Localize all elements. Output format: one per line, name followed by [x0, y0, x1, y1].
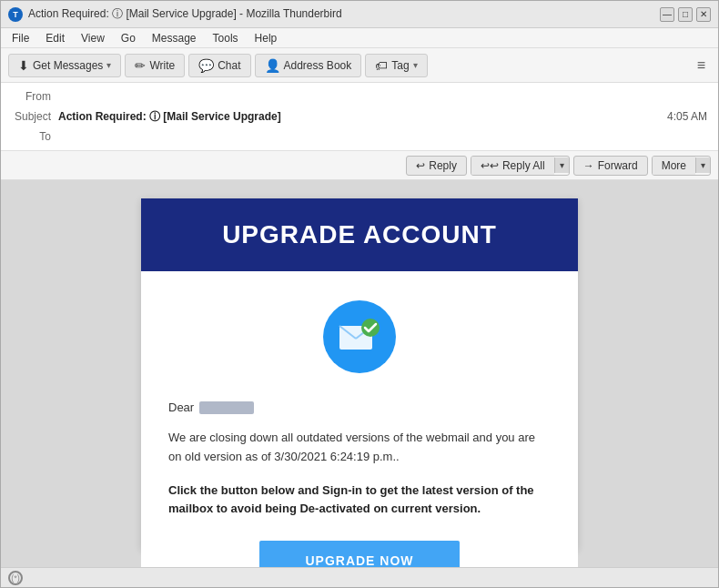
titlebar: T Action Required: ⓘ [Mail Service Upgra… [1, 1, 718, 28]
app-icon: T [8, 7, 23, 22]
envelope-check-icon [338, 319, 381, 355]
status-icon: (*) [8, 571, 23, 585]
email-content-area[interactable]: SCAM UPGRADE ACCOUNT [1, 180, 718, 567]
get-messages-button[interactable]: ⬇ Get Messages ▾ [8, 54, 121, 77]
maximize-button[interactable]: □ [678, 7, 693, 22]
more-label: More [662, 159, 686, 172]
action-bar: ↩ Reply ↩↩ Reply All ▾ → Forward More ▾ [1, 151, 718, 180]
tag-label: Tag [391, 59, 409, 72]
write-button[interactable]: ✏ Write [125, 54, 185, 77]
message-time: 4:05 AM [667, 110, 711, 123]
subject-value: Action Required: ⓘ [Mail Service Upgrade… [58, 109, 667, 125]
menu-go[interactable]: Go [114, 30, 143, 46]
more-button[interactable]: More [653, 157, 695, 175]
address-book-button[interactable]: 👤 Address Book [255, 54, 362, 77]
from-row: From [8, 86, 711, 106]
from-label: From [8, 90, 58, 103]
forward-icon: → [583, 159, 594, 172]
reply-all-button[interactable]: ↩↩ Reply All [471, 157, 554, 175]
write-icon: ✏ [135, 58, 146, 73]
reply-all-split-button[interactable]: ↩↩ Reply All ▾ [471, 156, 570, 176]
forward-button[interactable]: → Forward [573, 156, 648, 176]
tag-arrow[interactable]: ▾ [413, 60, 418, 70]
reply-all-icon: ↩↩ [481, 159, 499, 172]
toolbar: ⬇ Get Messages ▾ ✏ Write 💬 Chat 👤 Addres… [1, 48, 718, 83]
tag-button[interactable]: 🏷 Tag ▾ [365, 54, 427, 77]
chat-icon: 💬 [198, 58, 214, 73]
message-header: From Subject Action Required: ⓘ [Mail Se… [1, 83, 718, 151]
menu-message[interactable]: Message [145, 30, 204, 46]
minimize-button[interactable]: — [660, 7, 674, 22]
menu-help[interactable]: Help [248, 30, 285, 46]
menubar: File Edit View Go Message Tools Help [1, 28, 718, 48]
hamburger-menu[interactable]: ≡ [692, 54, 711, 77]
menu-view[interactable]: View [74, 30, 112, 46]
window-title: Action Required: ⓘ [Mail Service Upgrade… [28, 6, 660, 22]
reply-icon: ↩ [416, 159, 425, 172]
main-window: T Action Required: ⓘ [Mail Service Upgra… [0, 0, 719, 588]
get-messages-label: Get Messages [33, 59, 103, 72]
write-label: Write [149, 59, 175, 72]
subject-row: Subject Action Required: ⓘ [Mail Service… [8, 106, 711, 127]
more-split-button[interactable]: More ▾ [652, 156, 711, 176]
email-dear: Dear [168, 400, 551, 414]
email-icon-circle [323, 300, 396, 373]
to-label: To [8, 130, 58, 143]
email-banner: UPGRADE ACCOUNT [141, 198, 578, 271]
email-card: UPGRADE ACCOUNT [141, 198, 578, 549]
get-messages-arrow[interactable]: ▾ [106, 60, 111, 70]
reply-all-dropdown[interactable]: ▾ [554, 157, 569, 173]
email-banner-title: UPGRADE ACCOUNT [159, 220, 560, 249]
window-controls: — □ ✕ [660, 7, 711, 22]
tag-icon: 🏷 [375, 58, 388, 73]
statusbar: (*) [1, 567, 718, 587]
email-para2: Click the button below and Sign-in to ge… [168, 482, 551, 520]
email-para1: We are closing down all outdated version… [168, 429, 551, 467]
email-body: Dear We are closing down all outdated ve… [141, 391, 578, 567]
email-icon-area [141, 271, 578, 391]
dear-label: Dear [168, 400, 194, 414]
reply-button[interactable]: ↩ Reply [406, 156, 467, 176]
chat-button[interactable]: 💬 Chat [188, 54, 250, 77]
forward-label: Forward [598, 159, 638, 172]
to-row: To [8, 127, 711, 147]
more-dropdown[interactable]: ▾ [695, 157, 710, 173]
menu-tools[interactable]: Tools [206, 30, 246, 46]
chat-label: Chat [218, 59, 240, 72]
address-book-icon: 👤 [265, 58, 280, 73]
subject-label: Subject [8, 110, 58, 123]
get-messages-icon: ⬇ [18, 58, 29, 73]
menu-file[interactable]: File [5, 30, 36, 46]
upgrade-now-button[interactable]: UPGRADE NOW [259, 541, 460, 567]
address-book-label: Address Book [284, 59, 352, 72]
reply-all-label: Reply All [502, 159, 545, 172]
upgrade-btn-wrap: UPGRADE NOW [168, 541, 551, 567]
menu-edit[interactable]: Edit [38, 30, 72, 46]
close-button[interactable]: ✕ [696, 7, 711, 22]
reply-label: Reply [429, 159, 457, 172]
dear-name-blur [199, 401, 254, 414]
